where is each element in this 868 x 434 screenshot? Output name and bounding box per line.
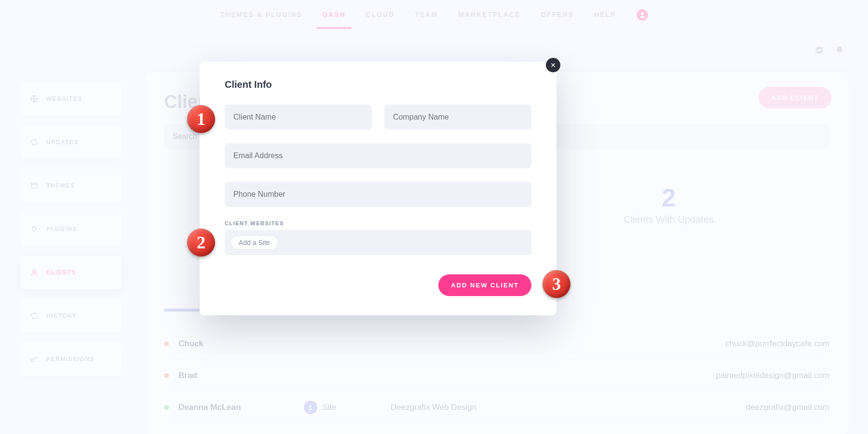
annotation-badge-2: 2 <box>187 229 215 257</box>
form-row <box>225 105 531 130</box>
websites-section-label: CLIENT WEBSITES <box>225 220 531 226</box>
phone-field[interactable] <box>225 182 531 207</box>
add-new-client-button[interactable]: ADD NEW CLIENT <box>438 274 531 296</box>
client-info-modal: Client Info CLIENT WEBSITES Add a Site A… <box>200 62 556 315</box>
email-field[interactable] <box>225 143 531 168</box>
client-name-field[interactable] <box>225 105 372 130</box>
modal-actions: ADD NEW CLIENT <box>225 274 531 296</box>
client-websites-box[interactable]: Add a Site <box>225 230 531 255</box>
annotation-badge-1: 1 <box>187 105 215 133</box>
modal-title: Client Info <box>225 79 531 90</box>
company-name-field[interactable] <box>384 105 531 130</box>
close-icon <box>550 62 556 68</box>
add-site-chip[interactable]: Add a Site <box>231 235 278 250</box>
annotation-badge-3: 3 <box>542 270 570 298</box>
modal-close-button[interactable] <box>546 58 560 72</box>
